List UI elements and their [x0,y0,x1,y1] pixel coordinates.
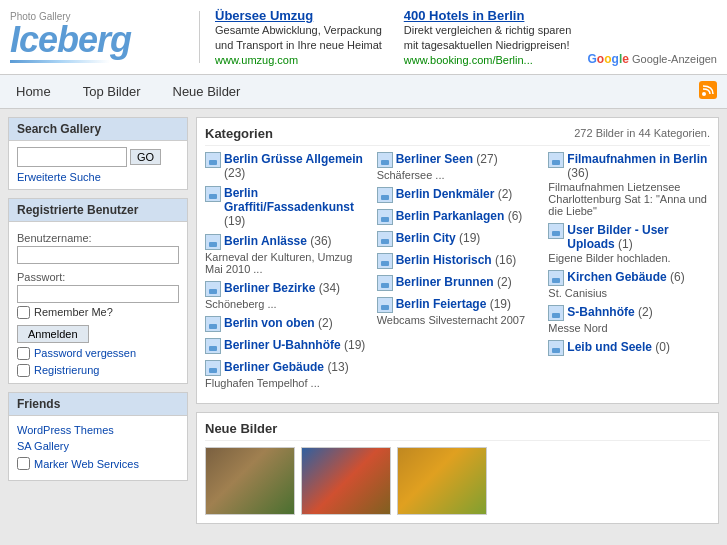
kat-item-9: Berlin Parkanlagen (6) [377,209,539,225]
nav-bar: Home Top Bilder Neue Bilder [0,75,727,109]
kat-link-8[interactable]: Berlin Denkmäler (2) [396,187,513,201]
kat-icon-4 [205,316,221,332]
registrierung-link[interactable]: Registrierung [34,364,99,376]
registrierung-checkbox[interactable] [17,364,30,377]
nav-top-bilder[interactable]: Top Bilder [77,82,147,101]
kat-link-7[interactable]: Berliner Seen (27) [396,152,498,166]
kat-icon-3 [205,281,221,297]
kategorien-stats: 272 Bilder in 44 Kategorien. [574,127,710,139]
nav-rss[interactable] [699,81,717,102]
friends-link-1[interactable]: SA Gallery [17,438,179,454]
kat-item-15: User Bilder - User Uploads (1) Eigene Bi… [548,223,710,264]
kategorien-title: Kategorien [205,126,273,141]
kat-link-14[interactable]: Filmaufnahmen in Berlin (36) [567,152,710,180]
anmelden-button[interactable]: Anmelden [17,325,89,343]
ad2-text: Direkt vergleichen & richtig sparen mit … [404,23,573,54]
kat-desc-16: St. Canisius [548,287,710,299]
registered-users-title: Registrierte Benutzer [9,199,187,222]
kat-icon-13 [377,297,393,313]
password-vergessen-checkbox[interactable] [17,347,30,360]
kat-link-6[interactable]: Berliner Gebäude (13) [224,360,349,374]
remember-checkbox[interactable] [17,306,30,319]
kat-link-12[interactable]: Berliner Brunnen (2) [396,275,512,289]
main-layout: Search Gallery GO Erweiterte Suche Regis… [0,109,727,540]
kat-item-11: Berlin Historisch (16) [377,253,539,269]
kat-icon-10 [377,231,393,247]
kat-col-2: Berliner Seen (27) Schäfersee ... Berlin… [377,152,539,395]
kat-desc-15: Eigene Bilder hochladen. [548,252,710,264]
kat-link-17[interactable]: S-Bahnhöfe (2) [567,305,652,319]
kat-icon-9 [377,209,393,225]
password-vergessen-item: Password vergessen [17,347,179,360]
content-area: Kategorien 272 Bilder in 44 Kategorien. … [196,117,719,532]
kat-link-3[interactable]: Berliner Bezirke (34) [224,281,340,295]
kat-item-12: Berliner Brunnen (2) [377,275,539,291]
kat-link-18[interactable]: Leib und Seele (0) [567,340,670,354]
kat-icon-1 [205,186,221,202]
kat-icon-8 [377,187,393,203]
kat-icon-5 [205,338,221,354]
search-input[interactable] [17,147,127,167]
kat-item-10: Berlin City (19) [377,231,539,247]
thumbnail-1[interactable] [205,447,295,515]
passwort-input[interactable] [17,285,179,303]
kat-desc-3: Schöneberg ... [205,298,367,310]
kat-item-1: Berlin Graffiti/Fassadenkunst (19) [205,186,367,228]
kat-icon-6 [205,360,221,376]
nav-neue-bilder[interactable]: Neue Bilder [167,82,247,101]
search-section: Search Gallery GO Erweiterte Suche [8,117,188,190]
marker-web-checkbox[interactable] [17,457,30,470]
ad2-title[interactable]: 400 Hotels in Berlin [404,8,573,23]
kat-link-10[interactable]: Berlin City (19) [396,231,481,245]
friends-link-0[interactable]: WordPress Themes [17,422,179,438]
google-anzeigen-label: Google-Anzeigen [632,53,717,65]
kat-link-5[interactable]: Berliner U-Bahnhöfe (19) [224,338,365,352]
kat-link-16[interactable]: Kirchen Gebäude (6) [567,270,684,284]
kat-link-11[interactable]: Berlin Historisch (16) [396,253,517,267]
kat-item-7: Berliner Seen (27) Schäfersee ... [377,152,539,181]
kat-col-3: Filmaufnahmen in Berlin (36) Filmaufnahm… [548,152,710,395]
neue-bilder-section: Neue Bilder [196,412,719,524]
kat-link-4[interactable]: Berlin von oben (2) [224,316,333,330]
kat-icon-12 [377,275,393,291]
kat-link-1[interactable]: Berlin Graffiti/Fassadenkunst (19) [224,186,367,228]
ad1-url: www.umzug.com [215,54,384,66]
kat-desc-7: Schäfersee ... [377,169,539,181]
kat-icon-15 [548,223,564,239]
kat-link-13[interactable]: Berlin Feiertage (19) [396,297,511,311]
ad1-title[interactable]: Übersee Umzug [215,8,384,23]
search-title: Search Gallery [9,118,187,141]
friends-link-2[interactable]: Marker Web Services [34,456,139,472]
friends-link-item-2: Marker Web Services [17,454,179,474]
kat-icon-16 [548,270,564,286]
friends-content: WordPress Themes SA Gallery Marker Web S… [9,416,187,480]
password-vergessen-link[interactable]: Password vergessen [34,347,136,359]
thumbnails-row [205,447,710,515]
kat-desc-14: Filmaufnahmen Lietzensee Charlottenburg … [548,181,710,217]
kat-desc-6: Flughafen Tempelhof ... [205,377,367,389]
thumbnail-3[interactable] [397,447,487,515]
kat-icon-18 [548,340,564,356]
kat-link-9[interactable]: Berlin Parkanlagen (6) [396,209,523,223]
svg-point-1 [702,92,706,96]
thumbnail-2[interactable] [301,447,391,515]
erweiterte-suche-link[interactable]: Erweiterte Suche [17,171,179,183]
kat-item-6: Berliner Gebäude (13) Flughafen Tempelho… [205,360,367,389]
kat-link-0[interactable]: Berlin Grüsse Allgemein (23) [224,152,367,180]
nav-home[interactable]: Home [10,82,57,101]
kat-item-2: Berlin Anlässe (36) Karneval der Kulture… [205,234,367,275]
benutzername-label: Benutzername: [17,232,179,244]
remember-label: Remember Me? [34,306,113,318]
search-content: GO Erweiterte Suche [9,141,187,189]
kat-icon-7 [377,152,393,168]
kat-link-2[interactable]: Berlin Anlässe (36) [224,234,332,248]
kat-link-15[interactable]: User Bilder - User Uploads (1) [567,223,710,251]
kat-desc-2: Karneval der Kulturen, Umzug Mai 2010 ..… [205,251,367,275]
remember-row: Remember Me? [17,306,179,319]
benutzername-input[interactable] [17,246,179,264]
ad-block-1: Übersee Umzug Gesamte Abwicklung, Verpac… [215,8,384,66]
kat-icon-11 [377,253,393,269]
kat-item-18: Leib und Seele (0) [548,340,710,356]
registered-users-content: Benutzername: Passwort: Remember Me? Anm… [9,222,187,383]
go-button[interactable]: GO [130,149,161,165]
